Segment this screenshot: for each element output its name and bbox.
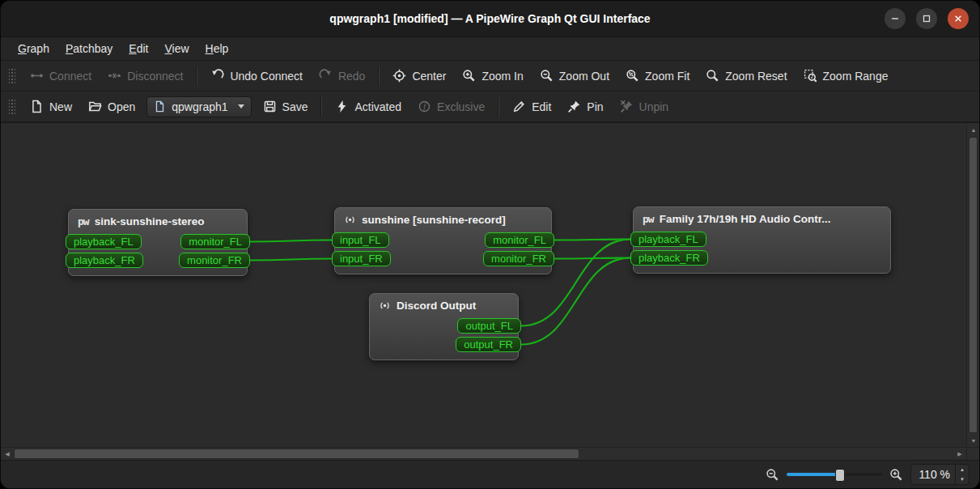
- port-input-fl[interactable]: input_FL: [332, 232, 389, 248]
- close-button[interactable]: [948, 8, 969, 29]
- minimize-button[interactable]: [885, 8, 906, 29]
- connect-label: Connect: [49, 70, 91, 83]
- close-icon: [952, 13, 964, 24]
- scroll-right-arrow[interactable]: ▶: [953, 448, 966, 461]
- disconnect-icon: [108, 69, 121, 83]
- center-button[interactable]: Center: [384, 65, 454, 87]
- menu-edit[interactable]: Edit: [121, 40, 155, 57]
- zoom-reset-button[interactable]: Zoom Reset: [698, 65, 795, 87]
- menu-graph[interactable]: Graph: [11, 40, 57, 57]
- port-monitor-fr[interactable]: monitor_FR: [483, 251, 554, 266]
- center-icon: [392, 69, 406, 83]
- zoom-range-button[interactable]: Zoom Range: [795, 65, 897, 87]
- toolbar-separator: [320, 97, 322, 117]
- port-monitor-fr[interactable]: monitor_FR: [179, 253, 250, 268]
- maximize-button[interactable]: [916, 8, 937, 29]
- port-playback-fr[interactable]: playback_FR: [66, 253, 143, 268]
- port-playback-fl[interactable]: playback_FL: [66, 234, 142, 249]
- scroll-left-arrow[interactable]: ◀: [1, 448, 14, 461]
- undo-connect-button[interactable]: Undo Connect: [202, 65, 311, 87]
- spin-up-arrow[interactable]: ▲: [956, 465, 969, 474]
- zoom-range-label: Zoom Range: [823, 70, 889, 83]
- scroll-down-arrow[interactable]: ▼: [967, 434, 980, 447]
- zoom-out-icon: [540, 69, 554, 83]
- zoom-in-icon[interactable]: [889, 468, 903, 482]
- activated-toggle[interactable]: Activated: [327, 96, 409, 117]
- zoom-fit-label: Zoom Fit: [645, 70, 689, 83]
- graph-canvas[interactable]: pw sink-sunshine-stereo playback_FL moni…: [1, 123, 966, 447]
- patchbay-select[interactable]: qpwgraph1: [146, 96, 251, 117]
- vertical-scrollbar[interactable]: ▲ ▼: [966, 123, 979, 447]
- port-input-fr[interactable]: input_FR: [332, 251, 391, 266]
- node-discord-output[interactable]: Discord Output output_FL output_FR: [369, 293, 519, 360]
- horizontal-scrollbar[interactable]: ◀ ▶: [1, 447, 966, 460]
- zoom-fit-button[interactable]: Zoom Fit: [617, 65, 698, 87]
- connection-wire[interactable]: [250, 240, 332, 242]
- toolbar-handle[interactable]: [9, 67, 15, 85]
- pipewire-icon: pw: [643, 213, 654, 225]
- activated-label: Activated: [354, 100, 401, 113]
- undo-icon: [210, 69, 224, 83]
- center-label: Center: [412, 70, 446, 83]
- connection-wire[interactable]: [554, 258, 630, 259]
- exclusive-toggle[interactable]: Exclusive: [409, 96, 493, 117]
- node-title: sunshine [sunshine-record]: [362, 214, 506, 226]
- menu-help[interactable]: Help: [198, 40, 236, 57]
- disconnect-button[interactable]: Disconnect: [100, 65, 191, 87]
- audio-device-icon: [379, 300, 391, 312]
- pencil-icon: [512, 100, 526, 113]
- zoom-in-button[interactable]: Zoom In: [454, 65, 531, 87]
- port-output-fl[interactable]: output_FL: [457, 318, 521, 334]
- port-output-fr[interactable]: output_FR: [456, 337, 521, 352]
- scrollbar-corner: [966, 447, 979, 460]
- zoom-out-icon[interactable]: [766, 468, 779, 482]
- pin-button[interactable]: Pin: [559, 96, 611, 117]
- spin-down-arrow[interactable]: ▼: [956, 474, 969, 484]
- zoom-out-label: Zoom Out: [559, 70, 609, 83]
- exclusive-icon: [418, 100, 431, 113]
- statusbar: 110 % ▲ ▼: [1, 460, 979, 488]
- scroll-up-arrow[interactable]: ▲: [967, 123, 980, 136]
- vertical-scroll-thumb[interactable]: [969, 137, 978, 433]
- toolbar-separator: [196, 66, 197, 86]
- pin-label: Pin: [587, 100, 603, 113]
- port-playback-fl[interactable]: playback_FL: [630, 232, 706, 247]
- zoom-slider[interactable]: [787, 467, 882, 482]
- node-sunshine[interactable]: sunshine [sunshine-record] input_FL moni…: [334, 207, 552, 274]
- port-monitor-fl[interactable]: monitor_FL: [485, 232, 554, 248]
- maximize-icon: [921, 13, 932, 24]
- connection-wire[interactable]: [554, 240, 630, 240]
- pin-icon: [567, 100, 581, 113]
- port-playback-fr[interactable]: playback_FR: [630, 250, 708, 266]
- zoom-spinbox[interactable]: 110 % ▲ ▼: [910, 464, 969, 486]
- redo-icon: [319, 69, 333, 83]
- menubar: Graph Patchbay Edit View Help: [1, 37, 979, 61]
- titlebar[interactable]: qpwgraph1 [modified] — A PipeWire Graph …: [1, 1, 979, 37]
- horizontal-scroll-thumb[interactable]: [14, 449, 579, 459]
- node-sink-sunshine-stereo[interactable]: pw sink-sunshine-stereo playback_FL moni…: [68, 209, 248, 276]
- new-button[interactable]: New: [22, 96, 80, 117]
- save-button[interactable]: Save: [255, 96, 316, 117]
- unpin-button[interactable]: Unpin: [612, 96, 677, 117]
- edit-toggle[interactable]: Edit: [504, 96, 559, 117]
- open-button[interactable]: Open: [80, 96, 143, 117]
- port-monitor-fl[interactable]: monitor_FL: [180, 234, 250, 249]
- node-family-hd-audio[interactable]: pw Family 17h/19h HD Audio Contr... play…: [633, 206, 891, 274]
- menu-view[interactable]: View: [157, 40, 196, 57]
- graph-toolbar: Connect Disconnect Undo Connect Redo Cen…: [1, 61, 979, 91]
- connection-wire[interactable]: [250, 259, 332, 261]
- window-controls: [885, 8, 969, 29]
- menu-patchbay[interactable]: Patchbay: [58, 40, 120, 57]
- toolbar-handle[interactable]: [9, 98, 15, 116]
- horizontal-scroll-track[interactable]: [14, 448, 953, 460]
- unpin-icon: [620, 100, 634, 113]
- patchbay-toolbar: New Open qpwgraph1 Save Activated Exclus…: [1, 91, 979, 122]
- zoom-slider-fill: [787, 473, 839, 476]
- pipewire-icon: pw: [78, 215, 89, 227]
- zoom-out-button[interactable]: Zoom Out: [532, 65, 617, 87]
- zoom-value[interactable]: 110 %: [911, 465, 955, 485]
- connect-button[interactable]: Connect: [22, 65, 100, 87]
- zoom-slider-handle[interactable]: [835, 469, 845, 482]
- redo-button[interactable]: Redo: [311, 65, 373, 87]
- audio-device-icon: [344, 214, 356, 226]
